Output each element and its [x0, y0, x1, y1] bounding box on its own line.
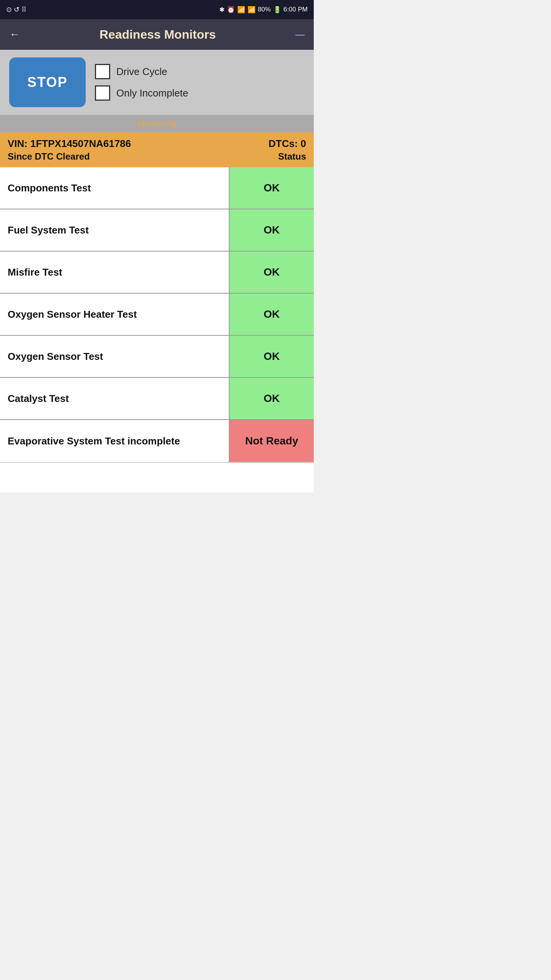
only-incomplete-label: Only Incomplete — [116, 87, 188, 99]
signal-icon: 📶 — [248, 6, 256, 14]
since-dtc-label: Since DTC Cleared — [8, 151, 131, 162]
app-header: ← Readiness Monitors — — [0, 19, 314, 50]
monitor-name-cell: Components Test — [0, 167, 230, 209]
monitor-status-cell: Not Ready — [230, 420, 314, 462]
monitor-name-cell: Misfire Test — [0, 252, 230, 293]
checkbox-group: Drive Cycle Only Incomplete — [95, 64, 188, 101]
dtcs-count: DTCs: 0 — [269, 138, 306, 150]
bottom-area — [0, 462, 314, 493]
back-button[interactable]: ← — [9, 28, 20, 41]
minimize-button[interactable]: — — [295, 29, 305, 40]
wifi-icon: 📶 — [237, 6, 245, 14]
battery-level: 80% — [258, 6, 271, 13]
alarm-icon: ⏰ — [227, 6, 235, 14]
status-bar-left-icons: ⊙ ↺ ⠿ — [6, 5, 26, 14]
table-row: Oxygen Sensor TestOK — [0, 336, 314, 378]
monitor-list: Components TestOKFuel System TestOKMisfi… — [0, 167, 314, 462]
monitor-name-cell: Fuel System Test — [0, 209, 230, 251]
monitor-status-cell: OK — [230, 336, 314, 377]
notification-icons: ⊙ ↺ ⠿ — [6, 5, 26, 14]
drive-cycle-checkbox[interactable] — [95, 64, 110, 79]
only-incomplete-checkbox-item[interactable]: Only Incomplete — [95, 85, 188, 101]
table-row: Catalyst TestOK — [0, 378, 314, 420]
drive-cycle-checkbox-item[interactable]: Drive Cycle — [95, 64, 188, 79]
monitor-status-cell: OK — [230, 252, 314, 293]
monitor-status-cell: OK — [230, 167, 314, 209]
status-bar-right-icons: ✱ ⏰ 📶 📶 80% 🔋 6:00 PM — [219, 6, 308, 14]
monitor-name-cell: Evaporative System Test incomplete — [0, 420, 230, 462]
monitor-status-cell: OK — [230, 209, 314, 251]
monitor-status-cell: OK — [230, 378, 314, 419]
vin-header: VIN: 1FTPX14507NA61786 Since DTC Cleared… — [0, 132, 314, 167]
stop-button[interactable]: STOP — [9, 57, 86, 107]
status-bar: ⊙ ↺ ⠿ ✱ ⏰ 📶 📶 80% 🔋 6:00 PM — [0, 0, 314, 19]
monitoring-label: Monitoring — [137, 119, 177, 128]
time-display: 6:00 PM — [284, 6, 308, 13]
monitoring-bar: Monitoring — [0, 115, 314, 132]
only-incomplete-checkbox[interactable] — [95, 85, 110, 101]
table-row: Oxygen Sensor Heater TestOK — [0, 294, 314, 336]
vin-left-section: VIN: 1FTPX14507NA61786 Since DTC Cleared — [8, 138, 131, 162]
table-row: Evaporative System Test incompleteNot Re… — [0, 420, 314, 462]
vin-right-section: DTCs: 0 Status — [269, 138, 306, 162]
monitor-status-cell: OK — [230, 294, 314, 335]
drive-cycle-label: Drive Cycle — [116, 66, 167, 78]
table-row: Components TestOK — [0, 167, 314, 209]
battery-icon: 🔋 — [273, 6, 281, 14]
monitor-name-cell: Oxygen Sensor Heater Test — [0, 294, 230, 335]
table-row: Fuel System TestOK — [0, 209, 314, 252]
vin-number: VIN: 1FTPX14507NA61786 — [8, 138, 131, 150]
status-column-label: Status — [278, 151, 306, 162]
bluetooth-icon: ✱ — [219, 6, 225, 14]
monitor-name-cell: Catalyst Test — [0, 378, 230, 419]
page-title: Readiness Monitors — [20, 28, 295, 42]
controls-area: STOP Drive Cycle Only Incomplete — [0, 50, 314, 115]
table-row: Misfire TestOK — [0, 252, 314, 294]
monitor-name-cell: Oxygen Sensor Test — [0, 336, 230, 377]
